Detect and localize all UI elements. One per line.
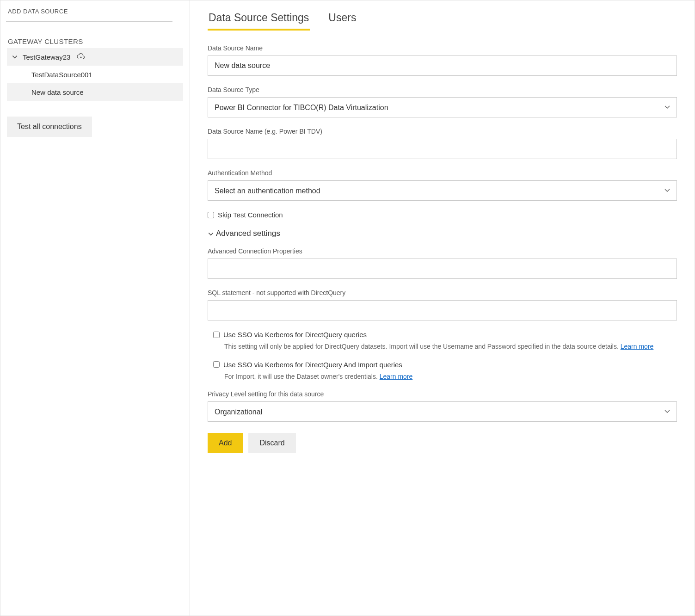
privacy-level-select[interactable]: Organizational [208,401,677,422]
action-row: Add Discard [208,433,677,453]
gateway-name: TestGateway23 [23,53,70,61]
ds-name2-input[interactable] [208,139,677,159]
sso-block-1: Use SSO via Kerberos for DirectQuery que… [213,331,677,351]
sql-stmt-input[interactable] [208,300,677,320]
ds-name-label: Data Source Name [208,44,677,52]
sso-directquery-import-help: For Import, it will use the Dataset owne… [224,372,677,382]
learn-more-link-1[interactable]: Learn more [621,343,654,350]
tab-settings[interactable]: Data Source Settings [208,12,310,31]
chevron-down-icon [12,54,18,60]
ds-item-label: TestDataSource001 [31,71,92,79]
ds-item-new[interactable]: New data source [7,83,183,101]
test-all-connections-button[interactable]: Test all connections [7,117,92,137]
adv-conn-label: Advanced Connection Properties [208,247,677,255]
gateway-row[interactable]: TestGateway23 [7,48,183,66]
add-data-source-link[interactable]: ADD DATA SOURCE [7,7,183,21]
sso-directquery-help: This setting will only be applied for Di… [224,342,677,351]
app-shell: ADD DATA SOURCE GATEWAY CLUSTERS TestGat… [0,0,695,616]
sso2-help-text: For Import, it will use the Dataset owne… [224,373,380,380]
sql-stmt-label: SQL statement - not supported with Direc… [208,289,677,296]
sso-directquery-import-checkbox[interactable] [213,361,220,368]
tab-users[interactable]: Users [327,12,357,31]
skip-test-checkbox[interactable] [208,212,214,218]
discard-button[interactable]: Discard [248,433,295,453]
gateway-clusters-heading: GATEWAY CLUSTERS [7,22,183,48]
sso-directquery-import-label: Use SSO via Kerberos for DirectQuery And… [223,361,402,369]
sso-directquery-checkbox[interactable] [213,332,220,338]
advanced-settings-title: Advanced settings [216,229,280,238]
adv-conn-input[interactable] [208,259,677,279]
ds-type-select[interactable]: Power BI Connector for TIBCO(R) Data Vir… [208,97,677,117]
learn-more-link-2[interactable]: Learn more [380,373,413,380]
ds-type-label: Data Source Type [208,86,677,93]
auth-method-select[interactable]: Select an authentication method [208,180,677,201]
tab-bar: Data Source Settings Users [208,12,677,31]
ds-name-input[interactable] [208,55,677,76]
advanced-settings-expander[interactable]: Advanced settings [208,229,677,238]
privacy-level-label: Privacy Level setting for this data sour… [208,390,677,398]
sidebar: ADD DATA SOURCE GATEWAY CLUSTERS TestGat… [0,0,190,616]
sso-block-2: Use SSO via Kerberos for DirectQuery And… [213,361,677,382]
ds-item-label: New data source [31,88,84,96]
skip-test-label: Skip Test Connection [218,211,283,219]
auth-method-label: Authentication Method [208,169,677,177]
chevron-down-icon [208,230,214,237]
sso-directquery-label: Use SSO via Kerberos for DirectQuery que… [223,331,367,339]
sso1-help-text: This setting will only be applied for Di… [224,343,621,350]
skip-test-row: Skip Test Connection [208,211,677,219]
add-button[interactable]: Add [208,433,243,453]
ds-item-existing[interactable]: TestDataSource001 [7,66,183,83]
cloud-sync-icon [77,53,85,61]
ds-name2-label: Data Source Name (e.g. Power BI TDV) [208,128,677,135]
main-panel: Data Source Settings Users Data Source N… [190,0,695,616]
